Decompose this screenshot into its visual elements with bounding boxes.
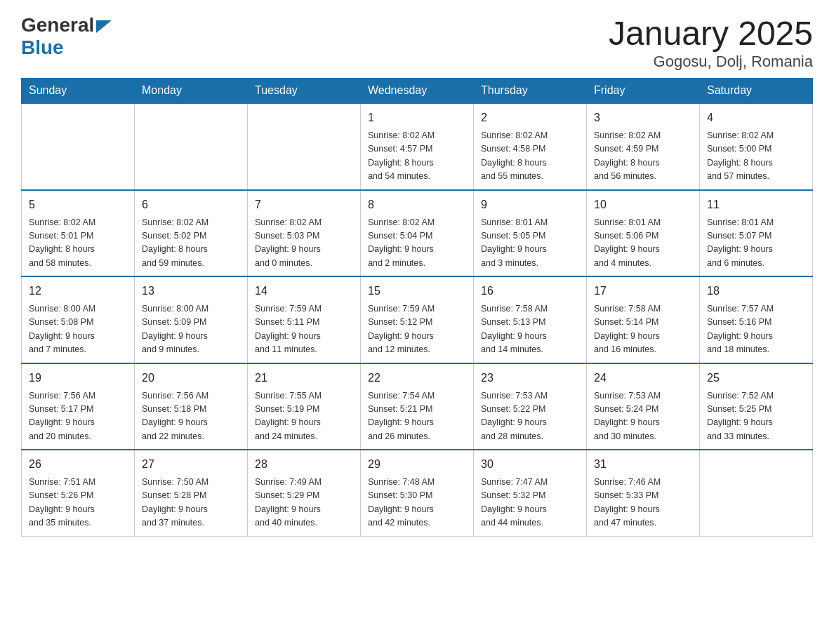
day-number: 7 — [255, 196, 353, 213]
day-info: Sunrise: 7:51 AM Sunset: 5:26 PM Dayligh… — [29, 476, 127, 530]
calendar-day-12: 12Sunrise: 8:00 AM Sunset: 5:08 PM Dayli… — [22, 276, 135, 363]
day-number: 10 — [594, 196, 692, 213]
calendar-week-2: 5Sunrise: 8:02 AM Sunset: 5:01 PM Daylig… — [22, 190, 813, 277]
column-header-wednesday: Wednesday — [361, 79, 474, 104]
day-info: Sunrise: 7:54 AM Sunset: 5:21 PM Dayligh… — [368, 389, 466, 444]
day-number: 22 — [368, 370, 466, 387]
calendar-week-5: 26Sunrise: 7:51 AM Sunset: 5:26 PM Dayli… — [22, 450, 813, 536]
day-number: 21 — [255, 370, 353, 387]
calendar-day-13: 13Sunrise: 8:00 AM Sunset: 5:09 PM Dayli… — [135, 276, 248, 363]
day-number: 4 — [707, 109, 805, 126]
column-header-tuesday: Tuesday — [248, 79, 361, 104]
day-number: 23 — [481, 370, 579, 387]
calendar-day-11: 11Sunrise: 8:01 AM Sunset: 5:07 PM Dayli… — [700, 190, 813, 277]
day-info: Sunrise: 8:02 AM Sunset: 5:02 PM Dayligh… — [142, 216, 240, 271]
column-header-monday: Monday — [135, 79, 248, 104]
day-info: Sunrise: 8:02 AM Sunset: 5:01 PM Dayligh… — [29, 216, 127, 271]
empty-cell — [22, 103, 135, 190]
day-info: Sunrise: 7:59 AM Sunset: 5:11 PM Dayligh… — [255, 302, 353, 357]
day-number: 12 — [29, 283, 127, 300]
logo-blue: Blue — [21, 36, 112, 59]
column-header-friday: Friday — [587, 79, 700, 104]
day-info: Sunrise: 8:00 AM Sunset: 5:09 PM Dayligh… — [142, 302, 240, 357]
day-info: Sunrise: 8:02 AM Sunset: 4:57 PM Dayligh… — [368, 129, 466, 184]
day-info: Sunrise: 8:00 AM Sunset: 5:08 PM Dayligh… — [29, 302, 127, 357]
day-info: Sunrise: 7:57 AM Sunset: 5:16 PM Dayligh… — [707, 302, 805, 357]
calendar-day-16: 16Sunrise: 7:58 AM Sunset: 5:13 PM Dayli… — [474, 276, 587, 363]
svg-marker-0 — [96, 20, 112, 33]
day-info: Sunrise: 7:47 AM Sunset: 5:32 PM Dayligh… — [481, 476, 579, 530]
day-info: Sunrise: 7:58 AM Sunset: 5:13 PM Dayligh… — [481, 302, 579, 357]
empty-cell — [248, 103, 361, 190]
calendar-day-26: 26Sunrise: 7:51 AM Sunset: 5:26 PM Dayli… — [22, 450, 135, 536]
day-info: Sunrise: 8:02 AM Sunset: 5:04 PM Dayligh… — [368, 216, 466, 271]
day-number: 2 — [481, 109, 579, 126]
day-info: Sunrise: 7:53 AM Sunset: 5:24 PM Dayligh… — [594, 389, 692, 444]
column-header-thursday: Thursday — [474, 79, 587, 104]
calendar-day-19: 19Sunrise: 7:56 AM Sunset: 5:17 PM Dayli… — [22, 363, 135, 450]
calendar-day-24: 24Sunrise: 7:53 AM Sunset: 5:24 PM Dayli… — [587, 363, 700, 450]
day-number: 5 — [29, 196, 127, 213]
calendar-header-row: SundayMondayTuesdayWednesdayThursdayFrid… — [22, 79, 813, 104]
day-number: 24 — [594, 370, 692, 387]
page-subtitle: Gogosu, Dolj, Romania — [609, 53, 813, 71]
day-info: Sunrise: 7:56 AM Sunset: 5:17 PM Dayligh… — [29, 389, 127, 444]
day-number: 8 — [368, 196, 466, 213]
day-info: Sunrise: 7:59 AM Sunset: 5:12 PM Dayligh… — [368, 302, 466, 357]
logo-arrow-icon — [96, 20, 112, 33]
calendar-day-14: 14Sunrise: 7:59 AM Sunset: 5:11 PM Dayli… — [248, 276, 361, 363]
day-number: 6 — [142, 196, 240, 213]
day-number: 17 — [594, 283, 692, 300]
calendar-day-5: 5Sunrise: 8:02 AM Sunset: 5:01 PM Daylig… — [22, 190, 135, 277]
day-number: 3 — [594, 109, 692, 126]
day-info: Sunrise: 8:01 AM Sunset: 5:06 PM Dayligh… — [594, 216, 692, 271]
empty-cell — [135, 103, 248, 190]
day-info: Sunrise: 8:02 AM Sunset: 4:59 PM Dayligh… — [594, 129, 692, 184]
day-info: Sunrise: 8:01 AM Sunset: 5:07 PM Dayligh… — [707, 216, 805, 271]
calendar-day-31: 31Sunrise: 7:46 AM Sunset: 5:33 PM Dayli… — [587, 450, 700, 536]
calendar-day-3: 3Sunrise: 8:02 AM Sunset: 4:59 PM Daylig… — [587, 103, 700, 190]
day-number: 15 — [368, 283, 466, 300]
day-info: Sunrise: 8:02 AM Sunset: 5:00 PM Dayligh… — [707, 129, 805, 184]
logo-general: General — [21, 14, 94, 36]
day-number: 16 — [481, 283, 579, 300]
day-number: 11 — [707, 196, 805, 213]
calendar-day-27: 27Sunrise: 7:50 AM Sunset: 5:28 PM Dayli… — [135, 450, 248, 536]
calendar-day-21: 21Sunrise: 7:55 AM Sunset: 5:19 PM Dayli… — [248, 363, 361, 450]
day-info: Sunrise: 7:56 AM Sunset: 5:18 PM Dayligh… — [142, 389, 240, 444]
day-number: 31 — [594, 456, 692, 473]
day-number: 1 — [368, 109, 466, 126]
day-info: Sunrise: 7:49 AM Sunset: 5:29 PM Dayligh… — [255, 476, 353, 530]
logo: General Blue — [21, 14, 112, 59]
calendar-day-10: 10Sunrise: 8:01 AM Sunset: 5:06 PM Dayli… — [587, 190, 700, 277]
day-number: 25 — [707, 370, 805, 387]
day-number: 20 — [142, 370, 240, 387]
day-info: Sunrise: 8:02 AM Sunset: 5:03 PM Dayligh… — [255, 216, 353, 271]
day-number: 14 — [255, 283, 353, 300]
empty-cell — [700, 450, 813, 536]
day-info: Sunrise: 8:02 AM Sunset: 4:58 PM Dayligh… — [481, 129, 579, 184]
calendar-day-29: 29Sunrise: 7:48 AM Sunset: 5:30 PM Dayli… — [361, 450, 474, 536]
column-header-sunday: Sunday — [22, 79, 135, 104]
calendar-day-17: 17Sunrise: 7:58 AM Sunset: 5:14 PM Dayli… — [587, 276, 700, 363]
day-number: 28 — [255, 456, 353, 473]
day-info: Sunrise: 7:58 AM Sunset: 5:14 PM Dayligh… — [594, 302, 692, 357]
day-number: 30 — [481, 456, 579, 473]
calendar-table: SundayMondayTuesdayWednesdayThursdayFrid… — [21, 78, 813, 537]
calendar-day-8: 8Sunrise: 8:02 AM Sunset: 5:04 PM Daylig… — [361, 190, 474, 277]
day-number: 26 — [29, 456, 127, 473]
day-info: Sunrise: 7:55 AM Sunset: 5:19 PM Dayligh… — [255, 389, 353, 444]
day-info: Sunrise: 7:53 AM Sunset: 5:22 PM Dayligh… — [481, 389, 579, 444]
calendar-day-18: 18Sunrise: 7:57 AM Sunset: 5:16 PM Dayli… — [700, 276, 813, 363]
calendar-day-2: 2Sunrise: 8:02 AM Sunset: 4:58 PM Daylig… — [474, 103, 587, 190]
day-info: Sunrise: 7:48 AM Sunset: 5:30 PM Dayligh… — [368, 476, 466, 530]
calendar-day-6: 6Sunrise: 8:02 AM Sunset: 5:02 PM Daylig… — [135, 190, 248, 277]
calendar-day-28: 28Sunrise: 7:49 AM Sunset: 5:29 PM Dayli… — [248, 450, 361, 536]
title-area: January 2025 Gogosu, Dolj, Romania — [609, 14, 813, 71]
day-info: Sunrise: 8:01 AM Sunset: 5:05 PM Dayligh… — [481, 216, 579, 271]
calendar-week-4: 19Sunrise: 7:56 AM Sunset: 5:17 PM Dayli… — [22, 363, 813, 450]
calendar-week-1: 1Sunrise: 8:02 AM Sunset: 4:57 PM Daylig… — [22, 103, 813, 190]
calendar-day-25: 25Sunrise: 7:52 AM Sunset: 5:25 PM Dayli… — [700, 363, 813, 450]
page-title: January 2025 — [609, 14, 813, 53]
header: General Blue January 2025 Gogosu, Dolj, … — [21, 14, 813, 71]
